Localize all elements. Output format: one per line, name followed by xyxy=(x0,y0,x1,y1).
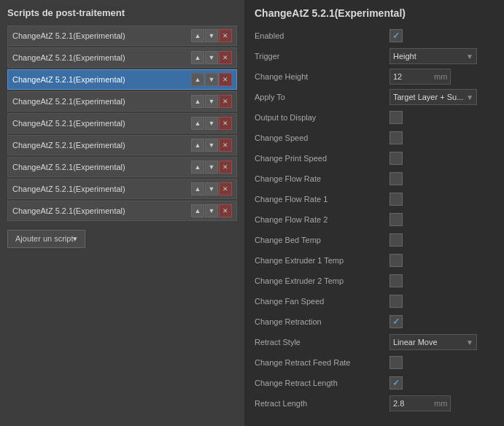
script-item[interactable]: ChangeAtZ 5.2.1(Experimental)▲▼✕ xyxy=(7,26,237,46)
delete-button[interactable]: ✕ xyxy=(219,29,232,42)
script-controls: ▲▼✕ xyxy=(191,51,232,64)
script-item[interactable]: ChangeAtZ 5.2.1(Experimental)▲▼✕ xyxy=(7,135,237,155)
script-item[interactable]: ChangeAtZ 5.2.1(Experimental)▲▼✕ xyxy=(7,179,237,199)
checkbox-change-flow-rate[interactable] xyxy=(389,172,403,185)
form-control xyxy=(389,295,494,308)
form-control xyxy=(389,233,494,247)
script-controls: ▲▼✕ xyxy=(191,139,232,152)
delete-button[interactable]: ✕ xyxy=(219,51,232,64)
move-down-button[interactable]: ▼ xyxy=(205,204,218,217)
script-item[interactable]: ChangeAtZ 5.2.1(Experimental)▲▼✕ xyxy=(7,47,237,68)
checkbox-change-bed-temp[interactable] xyxy=(389,233,403,247)
move-up-button[interactable]: ▲ xyxy=(191,182,204,195)
dropdown-apply-to[interactable]: Target Layer + Su...▼ xyxy=(389,89,477,105)
form-control xyxy=(389,172,494,185)
move-up-button[interactable]: ▲ xyxy=(191,204,204,217)
checkbox-change-fan-speed[interactable] xyxy=(389,295,403,308)
checkbox-change-extruder-2-temp[interactable] xyxy=(389,274,403,287)
form-control xyxy=(389,152,494,165)
form-control: Linear Move▼ xyxy=(389,334,494,350)
dropdown-value: Height xyxy=(393,52,416,61)
move-up-button[interactable]: ▲ xyxy=(191,51,204,64)
form-control: mm xyxy=(389,395,494,411)
move-down-button[interactable]: ▼ xyxy=(205,117,218,130)
form-row: Change Extruder 1 Temp xyxy=(255,251,494,270)
delete-button[interactable]: ✕ xyxy=(219,73,232,86)
delete-button[interactable]: ✕ xyxy=(219,182,232,195)
form-label: Change Extruder 1 Temp xyxy=(255,256,389,265)
move-up-button[interactable]: ▲ xyxy=(191,73,204,86)
script-item-label: ChangeAtZ 5.2.1(Experimental) xyxy=(12,163,191,171)
move-up-button[interactable]: ▲ xyxy=(191,139,204,152)
form-row: Change Flow Rate xyxy=(255,169,494,188)
checkbox-change-retract-length[interactable] xyxy=(389,376,403,390)
delete-button[interactable]: ✕ xyxy=(219,160,232,174)
form-row: Enabled xyxy=(255,26,494,45)
unit-label: mm xyxy=(434,72,450,81)
checkbox-enabled[interactable] xyxy=(389,29,403,42)
checkbox-change-extruder-1-temp[interactable] xyxy=(389,254,403,267)
number-input-change-height[interactable] xyxy=(390,72,434,81)
form-control xyxy=(389,376,494,390)
dropdown-trigger[interactable]: Height▼ xyxy=(389,48,477,64)
move-down-button[interactable]: ▼ xyxy=(205,29,218,42)
script-item-label: ChangeAtZ 5.2.1(Experimental) xyxy=(12,206,191,215)
form-row: Apply ToTarget Layer + Su...▼ xyxy=(255,88,494,106)
script-controls: ▲▼✕ xyxy=(191,182,232,195)
form-label: Change Retract Feed Rate xyxy=(255,358,389,367)
move-up-button[interactable]: ▲ xyxy=(191,95,204,108)
move-down-button[interactable]: ▼ xyxy=(205,182,218,195)
form-label: Change Height xyxy=(255,72,389,81)
script-item[interactable]: ChangeAtZ 5.2.1(Experimental)▲▼✕ xyxy=(7,91,237,112)
form-row: Change Fan Speed xyxy=(255,292,494,311)
form-control: Height▼ xyxy=(389,48,494,64)
checkbox-change-retract-feed-rate[interactable] xyxy=(389,356,403,369)
move-down-button[interactable]: ▼ xyxy=(205,160,218,174)
form-control xyxy=(389,193,494,206)
move-down-button[interactable]: ▼ xyxy=(205,95,218,108)
script-controls: ▲▼✕ xyxy=(191,117,232,130)
dropdown-value: Linear Move xyxy=(393,338,438,346)
form-control xyxy=(389,254,494,267)
move-down-button[interactable]: ▼ xyxy=(205,73,218,86)
add-script-button[interactable]: Ajouter un script▾ xyxy=(7,230,85,248)
number-input-wrap: mm xyxy=(389,395,451,411)
delete-button[interactable]: ✕ xyxy=(219,117,232,130)
checkbox-change-print-speed[interactable] xyxy=(389,152,403,165)
move-down-button[interactable]: ▼ xyxy=(205,51,218,64)
move-up-button[interactable]: ▲ xyxy=(191,29,204,42)
form-label: Enabled xyxy=(255,31,389,40)
script-item-label: ChangeAtZ 5.2.1(Experimental) xyxy=(12,31,191,40)
form-row: Change Retraction xyxy=(255,312,494,331)
checkbox-output-to-display[interactable] xyxy=(389,111,403,124)
move-down-button[interactable]: ▼ xyxy=(205,139,218,152)
move-up-button[interactable]: ▲ xyxy=(191,160,204,174)
script-item[interactable]: ChangeAtZ 5.2.1(Experimental)▲▼✕ xyxy=(7,201,237,221)
checkbox-change-flow-rate-2[interactable] xyxy=(389,213,403,226)
form-control xyxy=(389,131,494,144)
number-input-retract-length[interactable] xyxy=(390,399,434,408)
script-item[interactable]: ChangeAtZ 5.2.1(Experimental)▲▼✕ xyxy=(7,113,237,133)
checkbox-change-speed[interactable] xyxy=(389,131,403,144)
script-list: ChangeAtZ 5.2.1(Experimental)▲▼✕ChangeAt… xyxy=(7,26,237,221)
form-control xyxy=(389,29,494,42)
move-up-button[interactable]: ▲ xyxy=(191,117,204,130)
form-control: Target Layer + Su...▼ xyxy=(389,89,494,105)
form-fields: EnabledTriggerHeight▼Change HeightmmAppl… xyxy=(255,26,494,414)
form-label: Change Flow Rate 2 xyxy=(255,215,389,224)
checkbox-change-retraction[interactable] xyxy=(389,315,403,328)
script-item[interactable]: ChangeAtZ 5.2.1(Experimental)▲▼✕ xyxy=(7,157,237,177)
number-input-wrap: mm xyxy=(389,69,451,85)
delete-button[interactable]: ✕ xyxy=(219,204,232,217)
checkbox-change-flow-rate-1[interactable] xyxy=(389,193,403,206)
delete-button[interactable]: ✕ xyxy=(219,95,232,108)
script-controls: ▲▼✕ xyxy=(191,73,232,86)
form-label: Change Flow Rate xyxy=(255,174,389,183)
right-panel-title: ChangeAtZ 5.2.1(Experimental) xyxy=(255,7,494,19)
dropdown-retract-style[interactable]: Linear Move▼ xyxy=(389,334,477,350)
form-control xyxy=(389,356,494,369)
script-item[interactable]: ChangeAtZ 5.2.1(Experimental)▲▼✕ xyxy=(7,69,237,90)
form-control xyxy=(389,213,494,226)
unit-label: mm xyxy=(434,399,450,408)
delete-button[interactable]: ✕ xyxy=(219,139,232,152)
